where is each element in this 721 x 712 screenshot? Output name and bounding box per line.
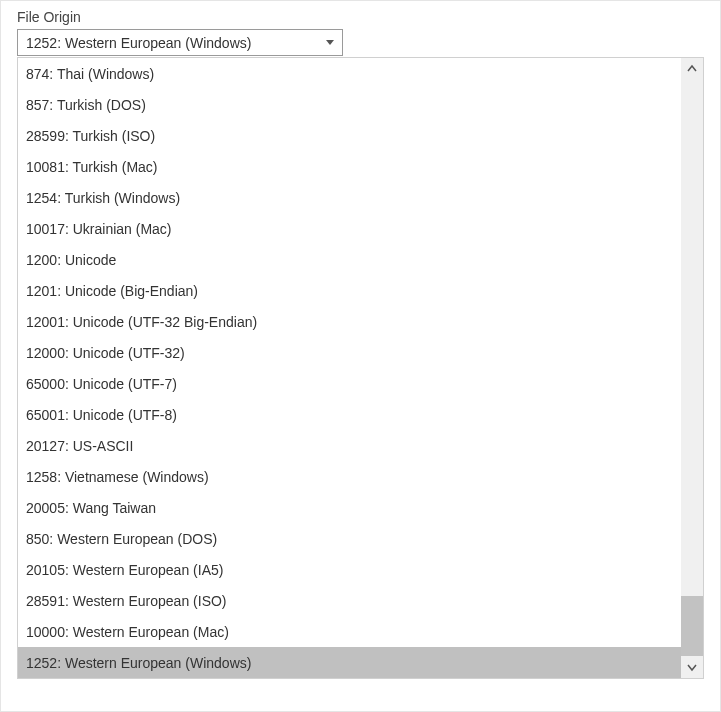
scroll-thumb[interactable] <box>681 596 703 656</box>
file-origin-option-list: 874: Thai (Windows)857: Turkish (DOS)285… <box>18 58 681 678</box>
file-origin-selected-value: 1252: Western European (Windows) <box>26 35 251 51</box>
file-origin-option[interactable]: 20005: Wang Taiwan <box>18 492 681 523</box>
file-origin-option[interactable]: 10081: Turkish (Mac) <box>18 151 681 182</box>
file-origin-select[interactable]: 1252: Western European (Windows) <box>17 29 343 56</box>
file-origin-option[interactable]: 1258: Vietnamese (Windows) <box>18 461 681 492</box>
file-origin-option[interactable]: 1201: Unicode (Big-Endian) <box>18 275 681 306</box>
file-origin-option[interactable]: 1200: Unicode <box>18 244 681 275</box>
file-origin-option[interactable]: 65000: Unicode (UTF-7) <box>18 368 681 399</box>
file-origin-option[interactable]: 28599: Turkish (ISO) <box>18 120 681 151</box>
file-origin-option[interactable]: 857: Turkish (DOS) <box>18 89 681 120</box>
file-origin-option[interactable]: 850: Western European (DOS) <box>18 523 681 554</box>
scrollbar[interactable] <box>681 58 703 678</box>
file-origin-option[interactable]: 65001: Unicode (UTF-8) <box>18 399 681 430</box>
scroll-up-button[interactable] <box>681 58 703 80</box>
file-origin-option[interactable]: 1252: Western European (Windows) <box>18 647 681 678</box>
file-origin-label: File Origin <box>17 9 704 25</box>
file-origin-option[interactable]: 874: Thai (Windows) <box>18 58 681 89</box>
file-origin-option[interactable]: 10000: Western European (Mac) <box>18 616 681 647</box>
file-origin-option[interactable]: 20127: US-ASCII <box>18 430 681 461</box>
file-origin-dropdown: 874: Thai (Windows)857: Turkish (DOS)285… <box>17 57 704 679</box>
file-origin-option[interactable]: 12000: Unicode (UTF-32) <box>18 337 681 368</box>
dropdown-caret-icon <box>322 35 338 51</box>
file-origin-option[interactable]: 28591: Western European (ISO) <box>18 585 681 616</box>
file-origin-option[interactable]: 10017: Ukrainian (Mac) <box>18 213 681 244</box>
scroll-down-button[interactable] <box>681 656 703 678</box>
file-origin-option[interactable]: 20105: Western European (IA5) <box>18 554 681 585</box>
file-origin-option[interactable]: 12001: Unicode (UTF-32 Big-Endian) <box>18 306 681 337</box>
scroll-track[interactable] <box>681 80 703 656</box>
file-origin-option[interactable]: 1254: Turkish (Windows) <box>18 182 681 213</box>
